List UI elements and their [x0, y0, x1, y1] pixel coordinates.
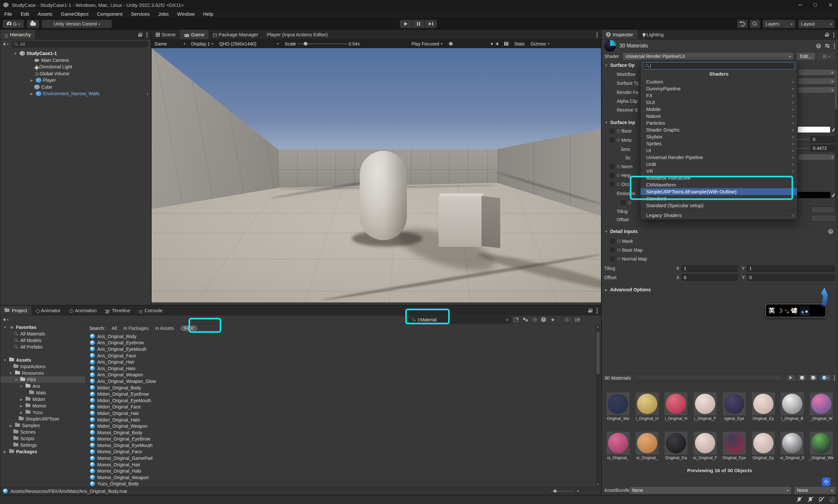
shader-popup-item[interactable]: CMWaveform [641, 181, 797, 188]
lock-icon[interactable] [138, 33, 142, 37]
texture-checkbox[interactable] [610, 248, 615, 252]
kebab-menu-icon[interactable] [596, 32, 598, 34]
scale-slider[interactable] [298, 43, 347, 44]
property-row[interactable]: Surface Ty [602, 80, 644, 86]
game-mode-dropdown[interactable]: Game [151, 41, 188, 47]
shader-popup-item[interactable]: Skybox [641, 133, 797, 140]
asset-row[interactable]: Aris_Original_Hair [86, 359, 595, 365]
smoothness-source-dropdown[interactable] [798, 154, 836, 160]
foldout-icon[interactable] [604, 230, 609, 233]
property-row[interactable]: Receive S [602, 107, 644, 113]
inspector-scrollbar[interactable] [835, 69, 837, 213]
ime-language-indicator[interactable]: 英 [769, 306, 775, 315]
shader-dropdown[interactable]: Universal Render Pipeline/Lit [623, 52, 794, 60]
asset-row[interactable]: Momoi_Original_Halo [86, 468, 595, 474]
folder-item[interactable]: Scripts [0, 435, 86, 442]
folder-item[interactable]: All Materials [0, 330, 86, 337]
property-row[interactable]: Base [602, 128, 644, 134]
vsync-button[interactable] [501, 42, 511, 46]
advanced-options-header[interactable]: Advanced Options [602, 286, 838, 293]
texture-checkbox[interactable] [609, 182, 614, 186]
expander-icon[interactable] [19, 398, 24, 401]
undo-history-button[interactable] [737, 20, 748, 28]
asset-row[interactable]: Aris_Original_Body [86, 333, 595, 340]
assetbundle-dropdown[interactable]: None [629, 486, 791, 494]
cloud-services-button[interactable] [27, 20, 39, 28]
ime-moon-icon[interactable]: ☽ [777, 307, 783, 314]
material-preview[interactable]: i_Original_H [634, 392, 661, 421]
property-row[interactable]: Emission [602, 190, 644, 197]
ime-punctuation-indicator[interactable]: ·, [785, 307, 789, 314]
texture-checkbox[interactable] [610, 239, 615, 244]
menu-item[interactable]: Edit [16, 10, 33, 18]
ok-status-icon[interactable] [830, 497, 836, 502]
asset-row[interactable]: Aris_Original_Weapon_Glow [86, 378, 595, 384]
menu-item[interactable]: File [0, 10, 16, 18]
texture-checkbox[interactable] [609, 173, 614, 178]
saved-searches-icon[interactable] [551, 317, 555, 323]
assetbundle-variant-dropdown[interactable]: None [794, 486, 836, 494]
bottom-tab[interactable]: Project [0, 306, 32, 315]
view-tab[interactable]: Game [180, 30, 209, 39]
shader-popup-item[interactable]: Universal Render Pipeline [641, 154, 797, 161]
shader-popup-item[interactable]: GUI [641, 99, 797, 106]
expander-icon[interactable] [8, 424, 14, 428]
material-preview[interactable]: Original_Ey [750, 432, 777, 460]
tab-inspector[interactable]: Inspector [602, 30, 637, 39]
asset-row[interactable]: Midori_Original_Halo [86, 417, 595, 423]
emission-color-swatch[interactable] [798, 192, 831, 198]
expander-icon[interactable] [29, 92, 34, 95]
shader-popup-item[interactable]: SimpleURPToonLitExample(With Outline) [641, 188, 797, 195]
shader-popup-item[interactable]: Legacy Shaders [641, 212, 797, 219]
asset-row[interactable]: Aris_Original_Eyebrow [86, 340, 595, 346]
menu-item[interactable]: Assets [33, 10, 57, 18]
visibility-icon[interactable] [564, 318, 570, 321]
folder-item[interactable]: Aris [0, 383, 86, 390]
kebab-menu-icon[interactable] [834, 43, 835, 45]
property-row[interactable]: Alpha Clip [602, 98, 644, 104]
folder-item[interactable]: SimpleURPToon [0, 416, 86, 422]
shader-popup-item[interactable]: Mobile [641, 106, 797, 112]
bottom-tab[interactable]: Console [135, 306, 167, 315]
create-asset-button[interactable] [3, 317, 8, 323]
resolution-dropdown[interactable]: QHD (2560x1440) [216, 41, 282, 47]
render-face-dropdown[interactable] [798, 87, 836, 93]
asset-row[interactable]: Aris_Original_EyeMouth [86, 346, 595, 353]
search-button[interactable] [750, 20, 760, 28]
bottom-tab[interactable]: Animator [32, 306, 65, 315]
property-row[interactable]: Meta [602, 137, 644, 143]
expander-icon[interactable] [14, 378, 19, 382]
player-capsule-object[interactable] [360, 151, 407, 240]
material-preview[interactable]: oi_Original_ [604, 432, 632, 460]
mute-audio-button[interactable] [492, 42, 501, 46]
folder-item[interactable]: Mats [0, 390, 86, 396]
detail-tiling-x-field[interactable]: 1 [681, 265, 738, 272]
material-preview[interactable]: i_Original_F [691, 392, 719, 421]
folder-item[interactable]: Midori [0, 396, 86, 402]
game-viewport[interactable] [151, 48, 601, 302]
close-button[interactable] [823, 0, 838, 10]
filter-all[interactable]: All [112, 326, 117, 331]
tab-lighting[interactable]: Lighting [637, 30, 668, 39]
material-preview[interactable]: i_Original_B [779, 392, 806, 421]
tiling-y-field[interactable] [811, 206, 836, 213]
asset-row[interactable]: Midori_Original_EyeMouth [86, 397, 595, 404]
detail-offset-y-field[interactable]: 0 [747, 274, 835, 281]
shader-popup-item[interactable]: Particles [641, 120, 797, 126]
asset-row[interactable]: Midori_Original_Hair [86, 410, 595, 417]
property-row[interactable]: Render Fa [602, 89, 644, 95]
help-icon[interactable] [828, 229, 833, 234]
asset-row[interactable]: Midori_Original_Face [86, 404, 595, 410]
menu-item[interactable]: GameObject [57, 10, 93, 18]
shader-popup-item[interactable]: UI [641, 147, 797, 154]
shader-popup-item[interactable]: DummyPipeline [641, 85, 797, 92]
drag-handle[interactable] [638, 377, 780, 379]
property-row[interactable]: Occl [602, 181, 644, 187]
expander-icon[interactable] [2, 450, 7, 454]
detail-texture-row[interactable]: Mask [602, 237, 838, 246]
shader-popup-item[interactable]: VR [641, 167, 797, 175]
profiler-disabled-icon[interactable] [807, 497, 814, 502]
view-tab[interactable]: Player (Input Actions Editor) [263, 30, 332, 39]
step-button[interactable] [425, 20, 437, 28]
hierarchy-item[interactable]: Directional Light [0, 64, 151, 70]
